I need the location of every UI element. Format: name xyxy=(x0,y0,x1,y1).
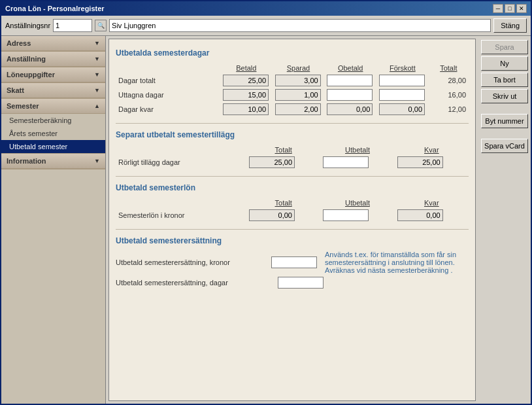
semesterlön-utbetalt[interactable] xyxy=(323,209,369,221)
dagar-totalt-sparad[interactable] xyxy=(275,75,321,86)
window-title: Crona Lön - Personalregister xyxy=(5,5,105,12)
sidebar-section-semester: Semester ▲ Semesterberäkning Årets semes… xyxy=(1,99,105,154)
table-row: Dagar totalt 28,00 xyxy=(116,73,469,88)
chevron-down-icon: ▼ xyxy=(94,71,100,78)
close-window-button[interactable]: ✕ xyxy=(516,4,527,13)
chevron-down-icon: ▼ xyxy=(94,158,100,164)
byt-nummer-button[interactable]: Byt nummer xyxy=(481,114,528,128)
minimize-button[interactable]: ─ xyxy=(493,4,503,13)
spara-button[interactable]: Spara xyxy=(481,40,528,54)
main-window: Crona Lön - Personalregister ─ □ ✕ Anstä… xyxy=(0,0,532,405)
sidebar-header-adress[interactable]: Adress ▼ xyxy=(1,36,105,51)
uttagna-totalt: 16,00 xyxy=(429,88,469,102)
semestertillagg-table: Totalt Utbetalt Kvar Rörligt tillägg dag… xyxy=(116,145,469,169)
rorlig-utbetalt[interactable] xyxy=(323,156,369,168)
col2-utbetalt-header: Utbetalt xyxy=(320,145,394,155)
name-input[interactable] xyxy=(109,19,491,32)
uttagna-forskott[interactable] xyxy=(379,89,425,101)
spara-vcard-button[interactable]: Spara vCard xyxy=(481,139,528,153)
sidebar-loneuppgifter-label: Löneuppgifter xyxy=(7,71,55,79)
ersattning-dagar-input[interactable] xyxy=(278,277,324,289)
semesterlön-totalt[interactable] xyxy=(249,209,295,221)
sidebar-section-loneuppgifter: Löneuppgifter ▼ xyxy=(1,67,105,83)
sidebar-section-information: Information ▼ xyxy=(1,154,105,169)
table-row: Semesterlön i kronor xyxy=(116,208,469,222)
main-content: Adress ▼ Anställning ▼ Löneuppgifter ▼ xyxy=(1,36,531,404)
sidebar-information-label: Information xyxy=(7,157,46,165)
col2-kvar-header: Kvar xyxy=(395,145,469,155)
ny-button[interactable]: Ny xyxy=(481,56,528,71)
action-panel: Spara Ny Ta bort Skriv ut Byt nummer Spa… xyxy=(478,36,531,404)
sidebar-header-information[interactable]: Information ▼ xyxy=(1,154,105,169)
sidebar-anstallning-label: Anställning xyxy=(7,55,46,63)
uttagna-sparad[interactable] xyxy=(275,89,321,101)
table-row: Rörligt tillägg dagar xyxy=(116,155,469,169)
uttagna-dagar-label: Uttagna dagar xyxy=(116,88,220,102)
sidebar-item-arets-semester[interactable]: Årets semester xyxy=(1,127,105,140)
anstallningsnr-input[interactable] xyxy=(53,19,92,32)
dagar-totalt-label: Dagar totalt xyxy=(116,73,220,88)
content-area: Utbetalda semesterdagar Betald Sparad Ob… xyxy=(108,39,476,401)
dagar-kvar-obetald[interactable] xyxy=(327,103,373,115)
ersattning-note: Används t.ex. för timanställda som får s… xyxy=(325,251,469,274)
dagar-kvar-sparad[interactable] xyxy=(275,103,321,115)
ersattning-kronor-input[interactable] xyxy=(271,256,317,268)
col-obetald-header: Obetald xyxy=(324,63,376,73)
sidebar-item-utbetald-semester[interactable]: Utbetald semester xyxy=(1,140,105,153)
sidebar-item-semesterberakning[interactable]: Semesterberäkning xyxy=(1,114,105,127)
sidebar-section-skatt: Skatt ▼ xyxy=(1,83,105,99)
col-sparad-header: Sparad xyxy=(273,63,325,73)
search-button[interactable]: 🔍 xyxy=(95,20,107,31)
rorlig-kvar[interactable] xyxy=(397,156,443,168)
dagar-kvar-totalt: 12,00 xyxy=(429,102,469,116)
col3-utbetalt-header: Utbetalt xyxy=(320,198,394,208)
title-bar: Crona Lön - Personalregister ─ □ ✕ xyxy=(1,1,531,16)
sidebar-header-anstallning[interactable]: Anställning ▼ xyxy=(1,52,105,67)
sidebar-header-skatt[interactable]: Skatt ▼ xyxy=(1,83,105,98)
maximize-button[interactable]: □ xyxy=(505,4,515,13)
skriv-ut-button[interactable]: Skriv ut xyxy=(481,89,528,103)
section4-title: Utbetald semesterersättning xyxy=(116,236,469,245)
section1-title: Utbetalda semesterdagar xyxy=(116,48,469,58)
sidebar-header-loneuppgifter[interactable]: Löneuppgifter ▼ xyxy=(1,67,105,82)
ta-bort-button[interactable]: Ta bort xyxy=(481,73,528,87)
col3-totalt-header: Totalt xyxy=(246,198,320,208)
right-panel: Utbetalda semesterdagar Betald Sparad Ob… xyxy=(106,36,531,404)
title-bar-controls: ─ □ ✕ xyxy=(493,4,527,13)
dagar-kvar-forskott[interactable] xyxy=(379,103,425,115)
col-betald-header: Betald xyxy=(220,63,273,73)
uttagna-obetald[interactable] xyxy=(327,89,373,101)
sidebar-section-adress: Adress ▼ xyxy=(1,36,105,52)
sidebar-skatt-label: Skatt xyxy=(7,86,24,94)
col-totalt-header: Totalt xyxy=(429,63,469,73)
semesterlön-kvar[interactable] xyxy=(397,209,443,221)
divider3 xyxy=(116,229,469,230)
sidebar-section-anstallning: Anställning ▼ xyxy=(1,52,105,67)
ersattning-dagar-label: Utbetald semesterersättning, dagar xyxy=(116,279,273,287)
dagar-kvar-betald[interactable] xyxy=(223,103,269,115)
dagar-totalt-obetald[interactable] xyxy=(327,75,373,86)
divider1 xyxy=(116,123,469,124)
uttagna-betald[interactable] xyxy=(223,89,269,101)
col2-totalt-header: Totalt xyxy=(246,145,320,155)
semesterlön-label: Semesterlön i kronor xyxy=(116,208,246,222)
chevron-up-icon: ▲ xyxy=(94,103,100,109)
ersattning-kronor-row: Utbetald semesterersättning, kronor Anvä… xyxy=(116,251,469,274)
sidebar-semester-label: Semester xyxy=(7,102,39,110)
col-forskott-header: Förskott xyxy=(376,63,429,73)
ersattning-section: Utbetald semesterersättning, kronor Anvä… xyxy=(116,251,469,289)
close-button[interactable]: Stäng xyxy=(493,18,527,33)
sidebar-header-semester[interactable]: Semester ▲ xyxy=(1,99,105,114)
ersattning-kronor-label: Utbetald semesterersättning, kronor xyxy=(116,258,266,266)
semesterlön-table: Totalt Utbetalt Kvar Semesterlön i krono… xyxy=(116,198,469,222)
chevron-down-icon: ▼ xyxy=(94,56,100,62)
chevron-down-icon: ▼ xyxy=(94,40,100,46)
dagar-totalt-forskott[interactable] xyxy=(379,75,425,86)
anstallningsnr-label: Anställningsnr xyxy=(5,22,50,29)
section2-title: Separat utbetalt semestertillägg xyxy=(116,130,469,139)
rorlig-totalt[interactable] xyxy=(249,156,295,168)
sidebar: Adress ▼ Anställning ▼ Löneuppgifter ▼ xyxy=(1,36,106,404)
semesterdagar-table: Betald Sparad Obetald Förskott Totalt Da… xyxy=(116,63,469,116)
dagar-totalt-betald[interactable] xyxy=(223,75,269,86)
divider2 xyxy=(116,176,469,177)
